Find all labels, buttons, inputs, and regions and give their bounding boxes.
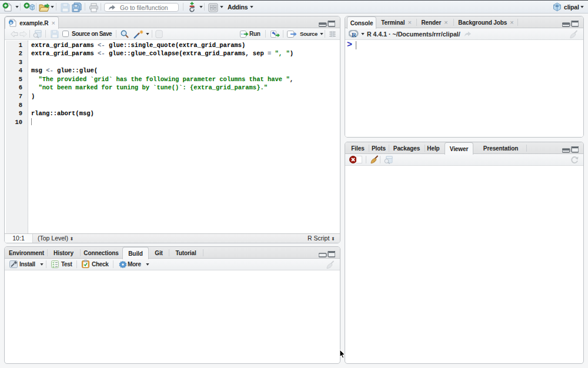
svg-text:R: R <box>352 31 357 38</box>
svg-text:R: R <box>10 21 13 25</box>
svg-text:R: R <box>556 4 559 8</box>
